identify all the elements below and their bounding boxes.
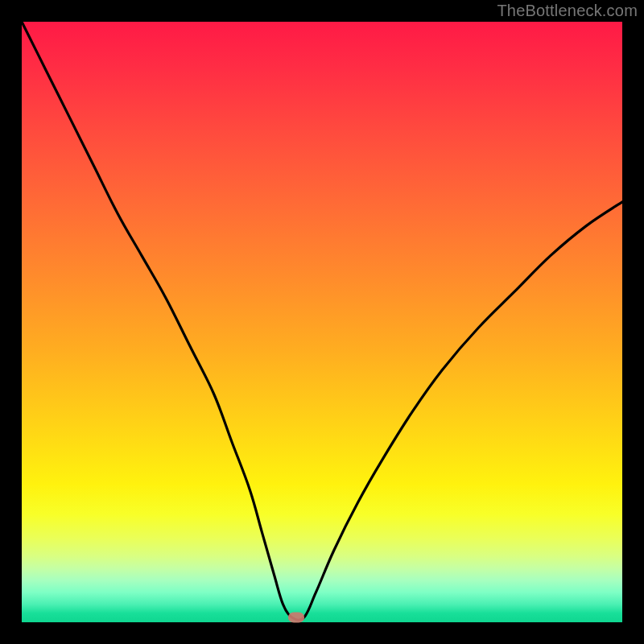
watermark-text: TheBottleneck.com: [497, 2, 638, 20]
bottleneck-curve: [22, 22, 622, 620]
optimum-marker: [288, 613, 304, 623]
chart-stage: TheBottleneck.com: [0, 0, 644, 644]
curve-svg: [22, 22, 622, 622]
plot-area: [22, 22, 622, 622]
